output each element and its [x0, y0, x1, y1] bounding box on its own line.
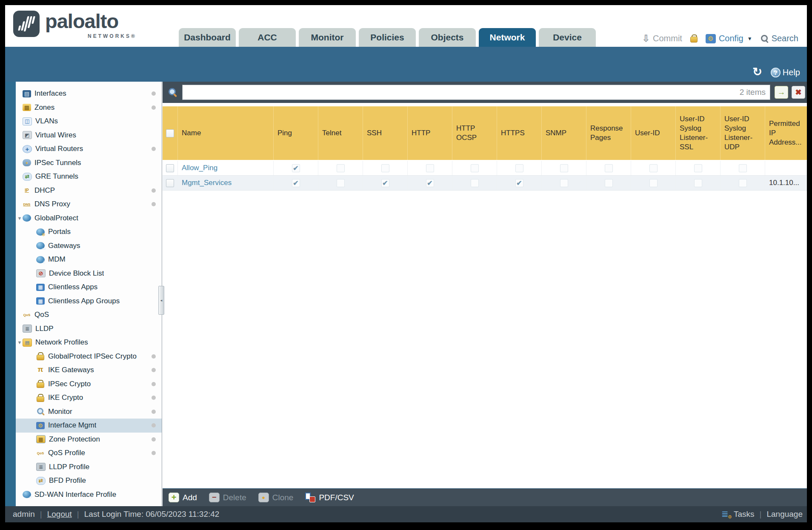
sidebar-item-device-block-list[interactable]: Device Block List [16, 267, 162, 281]
sidebar-item-clientless-apps[interactable]: Clientless Apps [16, 280, 162, 294]
filter-input[interactable] [183, 85, 770, 100]
config-dropdown-button[interactable]: Config ▼ [706, 34, 752, 43]
refresh-icon[interactable]: ↻ [752, 66, 762, 77]
column-header-ping[interactable]: Ping [274, 106, 318, 160]
vlans-icon [23, 117, 32, 125]
logout-link[interactable]: Logout [47, 510, 72, 519]
apply-filter-button[interactable]: → [775, 86, 788, 99]
minus-icon: − [209, 493, 220, 502]
sidebar-item-sdwan-interface-profile[interactable]: SD-WAN Interface Profile [16, 488, 162, 502]
select-all-checkbox[interactable] [166, 129, 174, 137]
clone-circle-icon: ● [258, 493, 269, 502]
sidebar-item-virtual-wires[interactable]: Virtual Wires [16, 128, 162, 142]
tab-acc[interactable]: ACC [239, 28, 296, 47]
top-header: paloalto NETWORKS® Dashboard ACC Monitor… [5, 5, 807, 47]
ssh-check [381, 179, 389, 187]
column-header-name[interactable]: Name [178, 106, 274, 160]
table-action-bar: + Add − Delete ● Clone PDF/CSV [163, 488, 807, 506]
column-header-user-id-syslog-ssl[interactable]: User-ID Syslog Listener-SSL [676, 106, 721, 160]
sidebar-item-interface-mgmt[interactable]: Interface Mgmt [16, 419, 162, 433]
gre-tunnels-icon [23, 173, 32, 181]
tab-dashboard[interactable]: Dashboard [179, 28, 236, 47]
sidebar-item-dhcp[interactable]: DHCP [16, 184, 162, 198]
drag-dot [152, 382, 156, 386]
clear-filter-button[interactable]: ✖ [792, 86, 805, 99]
user-id-udp-check [739, 164, 747, 172]
sidebar-item-gateways[interactable]: Gateways [16, 239, 162, 253]
column-header-user-id-syslog-udp[interactable]: User-ID Syslog Listener-UDP [721, 106, 765, 160]
tab-policies[interactable]: Policies [359, 28, 416, 47]
snmp-check [560, 164, 568, 172]
sidebar-item-clientless-app-groups[interactable]: Clientless App Groups [16, 294, 162, 308]
expand-arrow-icon[interactable]: ▼ [17, 216, 23, 221]
column-header-ssh[interactable]: SSH [363, 106, 408, 160]
sidebar-item-ipsec-crypto[interactable]: IPSec Crypto [16, 377, 162, 391]
sidebar-item-ipsec-tunnels[interactable]: IPSec Tunnels [16, 156, 162, 170]
sidebar-collapse-handle[interactable]: ◂ [158, 286, 164, 315]
sidebar-item-vlans[interactable]: VLANs [16, 114, 162, 128]
pdf-csv-button[interactable]: PDF/CSV [305, 493, 354, 502]
profile-name-link[interactable]: Mgmt_Services [182, 179, 232, 187]
lock-icon[interactable] [690, 34, 698, 43]
sidebar-item-qos[interactable]: QoS [16, 308, 162, 322]
pdf-csv-icon [305, 493, 315, 502]
column-header-https[interactable]: HTTPS [497, 106, 542, 160]
column-header-telnet[interactable]: Telnet [318, 106, 363, 160]
sidebar-item-ike-crypto[interactable]: IKE Crypto [16, 391, 162, 405]
column-header-snmp[interactable]: SNMP [542, 106, 586, 160]
telnet-check [337, 179, 345, 187]
brand-name: paloalto [45, 10, 137, 32]
tab-objects[interactable]: Objects [419, 28, 476, 47]
column-header-http[interactable]: HTTP [408, 106, 452, 160]
sidebar-item-virtual-routers[interactable]: Virtual Routers [16, 142, 162, 156]
tab-network[interactable]: Network [479, 28, 536, 47]
sidebar-item-network-profiles[interactable]: ▼ Network Profiles [16, 336, 162, 350]
drag-dot [152, 396, 156, 400]
main-nav-tabs: Dashboard ACC Monitor Policies Objects N… [179, 28, 596, 47]
sidebar-item-bfd-profile[interactable]: BFD Profile [16, 474, 162, 488]
tab-monitor[interactable]: Monitor [299, 28, 356, 47]
help-question-icon [771, 68, 781, 77]
sidebar-item-globalprotect[interactable]: ▼ GlobalProtect [16, 211, 162, 225]
sidebar-item-lldp-profile[interactable]: LLDP Profile [16, 460, 162, 474]
profile-name-link[interactable]: Allow_Ping [182, 164, 217, 172]
user-id-udp-check [739, 179, 747, 187]
clientless-apps-icon [36, 284, 45, 291]
global-search-button[interactable]: Search [760, 34, 798, 43]
zones-icon [23, 104, 31, 111]
help-button[interactable]: Help [771, 68, 800, 77]
mdm-icon [36, 256, 45, 263]
sidebar-item-zones[interactable]: Zones [16, 101, 162, 115]
sdwan-globe-icon [23, 491, 31, 498]
row-select-checkbox[interactable] [166, 179, 174, 187]
app-window: paloalto NETWORKS® Dashboard ACC Monitor… [5, 5, 807, 522]
sidebar-item-gre-tunnels[interactable]: GRE Tunnels [16, 170, 162, 184]
column-header-permitted-ip[interactable]: Permitted IP Address... [765, 106, 807, 160]
sidebar-item-portals[interactable]: Portals [16, 225, 162, 239]
zone-protection-icon [36, 435, 46, 443]
expand-arrow-icon[interactable]: ▼ [17, 340, 23, 345]
sidebar-item-qos-profile[interactable]: QoS Profile [16, 446, 162, 460]
column-header-http-ocsp[interactable]: HTTP OCSP [452, 106, 497, 160]
chevron-down-icon: ▼ [747, 36, 752, 42]
sidebar-item-interfaces[interactable]: Interfaces [16, 87, 162, 101]
add-button[interactable]: + Add [169, 493, 197, 502]
sidebar-item-lldp[interactable]: LLDP [16, 322, 162, 336]
column-header-response-pages[interactable]: Response Pages [586, 106, 631, 160]
row-select-checkbox[interactable] [166, 164, 174, 172]
tasks-button[interactable]: Tasks [721, 510, 755, 519]
drag-dot [152, 423, 156, 427]
sidebar-item-dns-proxy[interactable]: DNS Proxy [16, 197, 162, 211]
sidebar-item-monitor-profile[interactable]: Monitor [16, 405, 162, 419]
bfd-profile-icon [36, 477, 46, 485]
ipsec-tunnels-icon [23, 159, 31, 166]
sidebar-item-ike-gateways[interactable]: IKE Gateways [16, 363, 162, 377]
sidebar-item-zone-protection[interactable]: Zone Protection [16, 433, 162, 447]
config-gear-icon [706, 34, 716, 43]
column-header-user-id[interactable]: User-ID [631, 106, 676, 160]
sidebar-item-mdm[interactable]: MDM [16, 253, 162, 267]
language-button[interactable]: Language [766, 510, 803, 519]
sidebar-item-globalprotect-ipsec-crypto[interactable]: GlobalProtect IPSec Crypto [16, 350, 162, 364]
commit-button[interactable]: ⇩ Commit [642, 34, 682, 43]
tab-device[interactable]: Device [539, 28, 596, 47]
